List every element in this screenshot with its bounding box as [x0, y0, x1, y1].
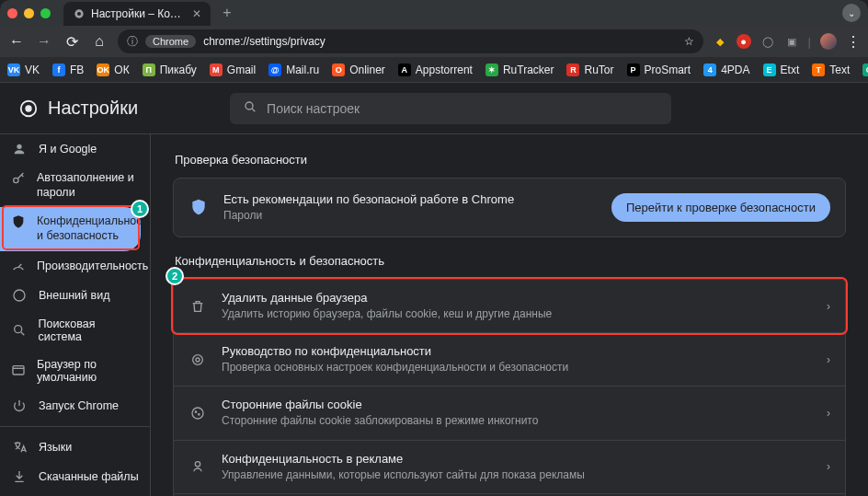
bookmark-favicon-icon: @: [268, 63, 281, 76]
svg-point-22: [195, 462, 200, 467]
sidebar-item-access[interactable]: Спец. возможности: [0, 491, 150, 497]
safety-check-message: Есть рекомендации по безопасной работе в…: [223, 191, 597, 224]
bookmark-favicon-icon: G: [862, 63, 868, 76]
sidebar-item-download[interactable]: Скачанные файлы: [0, 462, 150, 491]
forward-button[interactable]: →: [35, 33, 53, 50]
shield-icon: [11, 214, 26, 229]
sidebar-item-browser[interactable]: Браузер по умолчанию: [0, 351, 150, 391]
bookmark-onliner[interactable]: OOnliner: [332, 63, 385, 76]
bookmark-star-icon[interactable]: ☆: [684, 35, 694, 48]
sidebar-item-search[interactable]: Поисковая система: [0, 310, 150, 351]
site-info-icon[interactable]: ⓘ: [127, 34, 138, 50]
safety-check-heading: Проверка безопасности: [175, 153, 846, 167]
sidebar-item-label: Языки: [39, 441, 72, 454]
bookmark-label: VK: [25, 63, 40, 76]
tab-overflow-button[interactable]: ⌄: [842, 4, 861, 22]
ads-icon: [188, 459, 207, 474]
address-bar[interactable]: ⓘ Chrome chrome://settings/privacy ☆: [118, 29, 703, 53]
bookmark-favicon-icon: M: [210, 63, 223, 76]
bookmark-favicon-icon: P: [627, 63, 640, 76]
svg-point-9: [14, 325, 21, 332]
speed-icon: [11, 259, 26, 273]
settings-favicon-icon: [73, 7, 86, 20]
reload-button[interactable]: ⟳: [63, 33, 81, 51]
bookmark-appstorrent[interactable]: AAppstorrent: [398, 63, 473, 76]
svg-point-17: [196, 358, 200, 362]
bookmark-gmail[interactable]: MGmail: [210, 63, 256, 76]
bookmark-label: Gmail: [227, 63, 256, 76]
bookmark-text[interactable]: TText: [812, 63, 850, 76]
bookmark-favicon-icon: E: [763, 63, 776, 76]
sidebar-item-label: Я и Google: [39, 143, 97, 156]
back-button[interactable]: ←: [7, 33, 26, 50]
toolbar-divider: |: [808, 35, 811, 49]
sidebar-item-person[interactable]: Я и Google: [0, 134, 150, 164]
bookmark-label: Пикабу: [160, 63, 197, 76]
key-icon: [11, 171, 26, 186]
bookmark-ок[interactable]: OKОК: [97, 63, 129, 76]
sidebar-item-palette[interactable]: Внешний вид: [0, 281, 150, 310]
extension-icon-3[interactable]: ◯: [760, 34, 775, 49]
settings-header: Настройки Поиск настроек: [0, 83, 868, 134]
sidebar-item-key[interactable]: Автозаполнение и пароли: [0, 164, 150, 207]
bookmark-favicon-icon: VK: [7, 63, 20, 76]
chevron-right-icon: ›: [827, 353, 830, 366]
profile-avatar[interactable]: [820, 33, 837, 50]
svg-point-6: [17, 144, 21, 149]
browser-menu-button[interactable]: ⋮: [846, 33, 861, 51]
sidebar-item-lang[interactable]: Языки: [0, 433, 150, 462]
extension-icon-2[interactable]: ●: [737, 34, 751, 49]
bookmark-prosmart[interactable]: PProSmart: [627, 63, 691, 76]
lang-icon: [11, 440, 28, 455]
svg-point-18: [193, 354, 203, 364]
bookmark-vk[interactable]: VKVK: [7, 63, 40, 76]
search-icon: [243, 99, 257, 117]
privacy-row-guide[interactable]: Руководство по конфиденциальностиПроверк…: [173, 332, 846, 386]
privacy-section-heading: Конфиденциальность и безопасность: [175, 254, 846, 268]
extension-icon-1[interactable]: ◆: [713, 34, 727, 49]
safety-check-card: Есть рекомендации по безопасной работе в…: [173, 178, 846, 237]
maximize-window-button[interactable]: [40, 8, 51, 18]
bookmark-label: Onliner: [349, 63, 385, 76]
row-title: Сторонние файлы cookie: [222, 398, 812, 411]
row-subtitle: Проверка основных настроек конфиденциаль…: [222, 360, 812, 375]
browser-icon: [11, 363, 26, 378]
svg-point-7: [14, 178, 18, 182]
shield-alert-icon: [188, 197, 209, 217]
browser-tab[interactable]: Настройки – Конфиденциал ✕: [63, 2, 211, 26]
bookmark-rutor[interactable]: RRuTor: [566, 63, 613, 76]
close-window-button[interactable]: [7, 8, 17, 18]
privacy-row-trash[interactable]: Удалить данные браузераУдалить историю б…: [173, 279, 846, 333]
sidebar-item-power[interactable]: Запуск Chrome: [0, 391, 150, 421]
bookmark-fb[interactable]: fFB: [52, 63, 84, 76]
sidebar-item-label: Конфиденциальность и безопасность: [37, 214, 151, 243]
download-icon: [11, 469, 28, 484]
svg-point-3: [25, 105, 31, 111]
svg-point-20: [195, 411, 196, 412]
sidebar-item-label: Производительность: [37, 260, 148, 272]
new-tab-button[interactable]: +: [216, 5, 238, 21]
bookmark-mail.ru[interactable]: @Mail.ru: [268, 63, 319, 76]
sidebar-item-label: Внешний вид: [39, 289, 109, 302]
sidebar-item-shield[interactable]: Конфиденциальность и безопасность: [0, 207, 141, 250]
extension-icon-4[interactable]: ▣: [784, 34, 799, 49]
bookmark-favicon-icon: T: [812, 63, 825, 76]
sidebar-item-speed[interactable]: Производительность: [0, 251, 150, 281]
home-button[interactable]: ⌂: [90, 33, 108, 50]
privacy-row-cookie[interactable]: Сторонние файлы cookieСторонние файлы co…: [173, 386, 846, 440]
privacy-row-ads[interactable]: Конфиденциальность в рекламеУправление д…: [173, 440, 846, 494]
close-tab-icon[interactable]: ✕: [192, 7, 201, 20]
chevron-right-icon: ›: [827, 407, 830, 420]
search-placeholder: Поиск настроек: [267, 101, 360, 116]
bookmark-rutracker[interactable]: ✶RuTracker: [485, 63, 554, 76]
settings-search-input[interactable]: Поиск настроек: [230, 93, 671, 124]
bookmark-gpt[interactable]: GGPT: [862, 63, 868, 76]
bookmark-etxt[interactable]: EEtxt: [763, 63, 800, 76]
svg-line-5: [252, 109, 255, 111]
bookmark-4pda[interactable]: 44PDA: [703, 63, 749, 76]
sidebar-item-label: Скачанные файлы: [39, 470, 139, 483]
go-to-safety-check-button[interactable]: Перейти к проверке безопасности: [611, 193, 830, 222]
bookmark-пикабу[interactable]: ППикабу: [143, 63, 197, 76]
minimize-window-button[interactable]: [24, 8, 34, 18]
bookmark-favicon-icon: R: [566, 63, 579, 76]
